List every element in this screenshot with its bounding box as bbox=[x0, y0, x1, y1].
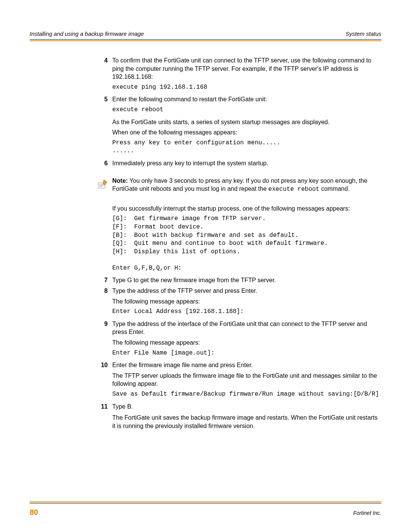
step-4: 4 To confirm that the FortiGate unit can… bbox=[92, 56, 381, 81]
step-9-follow: The following message appears: Enter Fil… bbox=[112, 339, 381, 357]
paragraph: The following message appears: bbox=[112, 297, 381, 306]
footer-rule-orange bbox=[30, 502, 381, 502]
inline-code: execute reboot bbox=[268, 186, 319, 193]
paragraph: When one of the following messages appea… bbox=[112, 128, 381, 137]
step-text: Immediately press any key to interrupt t… bbox=[112, 159, 381, 168]
step-11: 11 Type B. bbox=[92, 403, 381, 411]
step-text: Type B. bbox=[112, 403, 381, 411]
header-rule-orange bbox=[30, 40, 381, 41]
step-text: Type G to get the new firmware image fro… bbox=[112, 276, 381, 284]
step-8-follow: The following message appears: Enter Loc… bbox=[112, 297, 381, 316]
page-footer: 80 Fortinet Inc. bbox=[30, 502, 381, 517]
header-right: System status bbox=[346, 30, 381, 37]
note-text: Note: You only have 3 seconds to press a… bbox=[112, 177, 381, 194]
svg-marker-4 bbox=[103, 180, 107, 185]
note-label: Note: bbox=[112, 177, 128, 184]
code-block: execute reboot bbox=[112, 106, 381, 114]
paragraph: The FortiGate unit saves the backup firm… bbox=[112, 414, 381, 430]
paragraph: The TFTP server uploads the firmware ima… bbox=[112, 372, 381, 388]
step-number: 10 bbox=[92, 361, 112, 369]
page-number: 80 bbox=[30, 508, 38, 517]
code-block: [G]: Get firmware image from TFTP server… bbox=[112, 215, 381, 272]
step-10-follow: The TFTP server uploads the firmware ima… bbox=[112, 372, 381, 399]
step-number: 8 bbox=[92, 287, 112, 295]
step-11-follow: The FortiGate unit saves the backup firm… bbox=[112, 414, 381, 430]
step-10: 10 Enter the firmware image file name an… bbox=[92, 361, 381, 369]
step-number: 4 bbox=[92, 56, 112, 65]
step-number: 11 bbox=[92, 403, 112, 411]
paragraph: The following message appears: bbox=[112, 339, 381, 347]
paragraph: As the FortiGate units starts, a series … bbox=[112, 118, 381, 126]
step-number: 5 bbox=[92, 95, 112, 104]
step-9: 9 Type the address of the interface of t… bbox=[92, 320, 381, 336]
step-text: Type the address of the interface of the… bbox=[112, 320, 381, 336]
step-number: 7 bbox=[92, 276, 112, 284]
note-box: Note: You only have 3 seconds to press a… bbox=[92, 177, 381, 194]
body: 4 To confirm that the FortiGate unit can… bbox=[92, 56, 381, 430]
code-block: Save as Default firmware/Backup firmware… bbox=[112, 390, 381, 399]
footer-company: Fortinet Inc. bbox=[353, 510, 381, 516]
header-left: Installing and using a backup firmware i… bbox=[30, 30, 144, 37]
step-text: Enter the firmware image file name and p… bbox=[112, 361, 381, 369]
step-4-follow: execute ping 192.168.1.168 bbox=[112, 83, 381, 92]
step-text: Enter the following command to restart t… bbox=[112, 95, 381, 104]
footer-row: 80 Fortinet Inc. bbox=[30, 508, 381, 517]
after-note-block: If you successfully interrupt the startu… bbox=[112, 204, 381, 273]
step-6: 6 Immediately press any key to interrupt… bbox=[92, 159, 381, 168]
page: Installing and using a backup firmware i… bbox=[0, 0, 411, 532]
header-rule-black bbox=[30, 39, 381, 40]
code-block: Enter Local Address [192.168.1.188]: bbox=[112, 308, 381, 316]
note-part2: command. bbox=[319, 185, 349, 192]
code-block: execute ping 192.168.1.168 bbox=[112, 83, 381, 92]
step-5: 5 Enter the following command to restart… bbox=[92, 95, 381, 104]
code-block: Enter File Name [image.out]: bbox=[112, 349, 381, 358]
note-icon bbox=[92, 177, 112, 191]
step-8: 8 Type the address of the TFTP server an… bbox=[92, 287, 381, 295]
step-text: To confirm that the FortiGate unit can c… bbox=[112, 56, 381, 81]
step-number: 9 bbox=[92, 320, 112, 328]
page-header: Installing and using a backup firmware i… bbox=[30, 30, 381, 39]
step-number: 6 bbox=[92, 159, 112, 168]
footer-rule-black bbox=[30, 503, 381, 503]
step-text: Type the address of the TFTP server and … bbox=[112, 287, 381, 295]
code-block: Press any key to enter configuration men… bbox=[112, 139, 381, 155]
step-7: 7 Type G to get the new firmware image f… bbox=[92, 276, 381, 284]
paragraph: If you successfully interrupt the startu… bbox=[112, 204, 381, 213]
step-5-follow: execute reboot As the FortiGate units st… bbox=[112, 106, 381, 155]
